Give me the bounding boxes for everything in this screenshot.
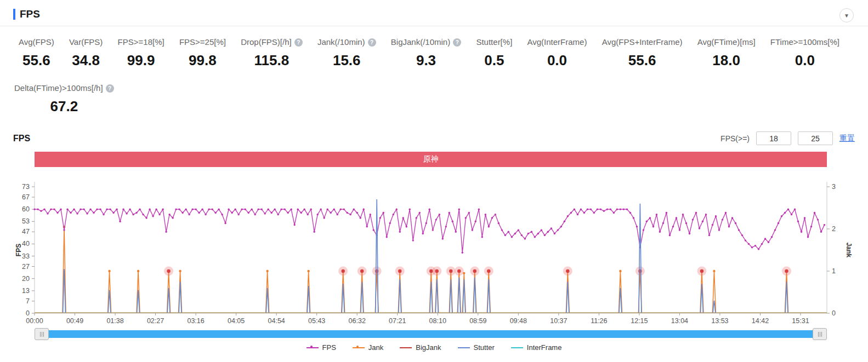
svg-text:11:26: 11:26 bbox=[591, 317, 607, 325]
fps-threshold-input-2[interactable] bbox=[798, 131, 833, 145]
svg-text:13:53: 13:53 bbox=[711, 317, 728, 325]
help-icon[interactable]: ? bbox=[106, 84, 114, 93]
stat-value: 0.5 bbox=[476, 52, 512, 69]
stat-label: Jank(/10min)? bbox=[317, 37, 376, 47]
svg-text:73: 73 bbox=[22, 183, 30, 191]
stat-avg-fps-interframe: Avg(FPS+InterFrame)55.6 bbox=[602, 37, 683, 69]
grip-lines-icon bbox=[818, 332, 819, 337]
legend-item-interframe[interactable]: InterFrame bbox=[511, 343, 562, 352]
svg-text:12:15: 12:15 bbox=[631, 317, 648, 325]
svg-text:53: 53 bbox=[22, 217, 30, 225]
chart-title: FPS bbox=[13, 134, 30, 143]
scrollbar-left-handle[interactable] bbox=[35, 328, 49, 340]
stat-label: Avg(FPS) bbox=[19, 37, 54, 47]
stats-row-1: Avg(FPS)55.6Var(FPS)34.8FPS>=18[%]99.9FP… bbox=[0, 26, 868, 69]
stat-ftime-ge-100ms: FTime>=100ms[%]0.0 bbox=[770, 37, 839, 69]
stat-value: 18.0 bbox=[697, 52, 756, 69]
reset-link[interactable]: 重置 bbox=[839, 134, 855, 143]
app-banner-label: 原神 bbox=[423, 154, 439, 164]
svg-text:13:04: 13:04 bbox=[671, 317, 688, 325]
legend-label: BigJank bbox=[416, 343, 441, 352]
legend-label: Jank bbox=[368, 343, 383, 352]
stat-fps-ge-25: FPS>=25[%]99.8 bbox=[179, 37, 226, 69]
legend-label: Stutter bbox=[474, 343, 495, 352]
section-header: FPS bbox=[0, 0, 868, 26]
stat-label: FTime>=100ms[%] bbox=[770, 37, 839, 47]
stat-value: 99.9 bbox=[118, 52, 164, 69]
stat-label: Avg(FTime)[ms] bbox=[697, 37, 756, 47]
chart-legend: FPSJankBigJankStutterInterFrame bbox=[13, 343, 855, 352]
fps-threshold-input-1[interactable] bbox=[756, 131, 791, 145]
svg-text:02:27: 02:27 bbox=[147, 317, 164, 325]
fps-chart[interactable]: 7367605347403327201370321000:0000:4901:3… bbox=[13, 174, 855, 327]
svg-text:27: 27 bbox=[22, 263, 30, 271]
svg-text:47: 47 bbox=[22, 228, 30, 235]
legend-item-jank[interactable]: Jank bbox=[353, 343, 383, 352]
chevron-down-icon: ▼ bbox=[844, 13, 849, 19]
svg-text:7: 7 bbox=[26, 297, 30, 305]
page-title: FPS bbox=[20, 8, 40, 20]
stat-value: 0.0 bbox=[527, 52, 587, 69]
svg-text:Jank: Jank bbox=[845, 243, 853, 258]
legend-item-fps[interactable]: FPS bbox=[307, 343, 336, 352]
stat-value: 15.6 bbox=[317, 52, 376, 69]
stat-label: Delta(FTime)>100ms[/h]? bbox=[14, 83, 114, 93]
svg-text:13: 13 bbox=[22, 287, 30, 295]
stat-value: 0.0 bbox=[770, 52, 839, 69]
stat-label: Var(FPS) bbox=[69, 37, 103, 47]
svg-text:00:00: 00:00 bbox=[26, 317, 43, 325]
svg-text:0: 0 bbox=[26, 309, 30, 317]
legend-marker bbox=[458, 347, 470, 348]
stat-value: 55.6 bbox=[19, 52, 54, 69]
grip-lines-icon bbox=[40, 332, 41, 337]
svg-text:15:31: 15:31 bbox=[792, 317, 809, 325]
svg-text:04:05: 04:05 bbox=[228, 317, 245, 325]
stat-label: Avg(FPS+InterFrame) bbox=[602, 37, 683, 47]
title-accent-bar bbox=[13, 9, 15, 20]
svg-text:08:59: 08:59 bbox=[469, 317, 486, 325]
svg-text:07:21: 07:21 bbox=[389, 317, 406, 325]
legend-marker bbox=[353, 347, 365, 348]
legend-marker bbox=[400, 347, 412, 348]
stat-value: 99.8 bbox=[179, 52, 226, 69]
stat-bigjank-10min: BigJank(/10min)?9.3 bbox=[391, 37, 461, 69]
stat-value: 34.8 bbox=[69, 52, 103, 69]
svg-text:09:48: 09:48 bbox=[510, 317, 527, 325]
fps-threshold-filter: FPS(>=) 重置 bbox=[721, 131, 855, 145]
stat-value: 115.8 bbox=[241, 52, 303, 69]
svg-text:04:54: 04:54 bbox=[268, 317, 285, 325]
stat-label: BigJank(/10min)? bbox=[391, 37, 461, 47]
stat-avg-fps: Avg(FPS)55.6 bbox=[19, 37, 54, 69]
fps-threshold-label: FPS(>=) bbox=[721, 134, 750, 143]
legend-marker bbox=[307, 347, 319, 348]
svg-text:3: 3 bbox=[832, 183, 836, 191]
legend-label: FPS bbox=[322, 343, 336, 352]
legend-label: InterFrame bbox=[527, 343, 562, 352]
svg-text:06:32: 06:32 bbox=[349, 317, 366, 325]
svg-text:08:10: 08:10 bbox=[429, 317, 446, 325]
stats-row-2: Delta(FTime)>100ms[/h]?67.2 bbox=[0, 69, 868, 115]
fps-report-page: FPS ▼ Avg(FPS)55.6Var(FPS)34.8FPS>=18[%]… bbox=[0, 0, 868, 362]
svg-text:20: 20 bbox=[22, 275, 30, 283]
stat-avg-ftime: Avg(FTime)[ms]18.0 bbox=[697, 37, 756, 69]
help-icon[interactable]: ? bbox=[368, 38, 376, 47]
stat-stutter: Stutter[%]0.5 bbox=[476, 37, 512, 69]
help-icon[interactable]: ? bbox=[294, 38, 303, 47]
app-banner: 原神 bbox=[35, 152, 827, 167]
chart-scrollbar[interactable] bbox=[35, 330, 827, 338]
scrollbar-track[interactable] bbox=[35, 330, 827, 338]
scrollbar-right-handle[interactable] bbox=[813, 328, 827, 340]
legend-item-bigjank[interactable]: BigJank bbox=[400, 343, 441, 352]
stat-value: 67.2 bbox=[14, 98, 114, 115]
stat-value: 55.6 bbox=[602, 52, 683, 69]
svg-text:67: 67 bbox=[22, 193, 30, 201]
svg-text:FPS: FPS bbox=[15, 244, 22, 256]
legend-item-stutter[interactable]: Stutter bbox=[458, 343, 495, 352]
collapse-button[interactable]: ▼ bbox=[839, 8, 854, 22]
stat-label: Avg(InterFrame) bbox=[527, 37, 587, 47]
svg-text:1: 1 bbox=[832, 267, 836, 275]
stat-delta-ftime-100ms: Delta(FTime)>100ms[/h]?67.2 bbox=[14, 83, 114, 115]
svg-text:01:38: 01:38 bbox=[106, 317, 123, 325]
svg-text:05:43: 05:43 bbox=[308, 317, 325, 325]
help-icon[interactable]: ? bbox=[453, 38, 461, 47]
